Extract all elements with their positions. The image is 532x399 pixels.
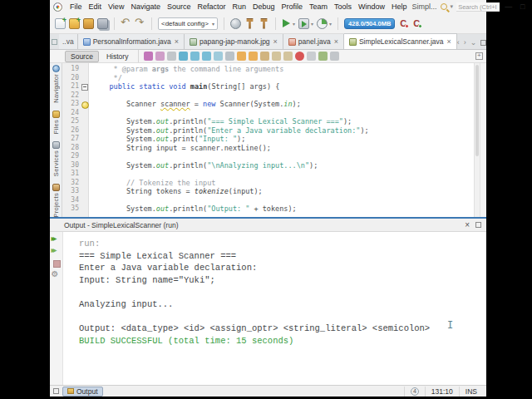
menu-file[interactable]: File [66,2,86,12]
next-bookmark-icon[interactable] [249,52,258,61]
profiler-snapshot-icon[interactable]: C [411,18,421,28]
output-console[interactable]: run:=== Simple Lexical Scanner ===Enter … [63,232,486,385]
new-project-icon[interactable] [69,18,80,29]
forward-icon[interactable] [167,52,176,61]
menu-tools[interactable]: Tools [331,2,355,12]
maximize-button[interactable]: □ [517,2,528,11]
menu-source[interactable]: Source [164,2,195,12]
run-project-icon[interactable] [282,18,291,29]
status-output-tab[interactable]: Output [62,387,103,397]
search-dropdown-icon[interactable]: ▾ [451,3,454,10]
fold-icon[interactable] [81,82,88,91]
output-float-icon[interactable] [475,222,481,228]
run-project-dropdown-icon[interactable]: ▾ [293,21,295,27]
build-project-icon[interactable] [244,18,255,29]
sidebar-tab-navigator[interactable]: Navigator [52,65,60,103]
search-icon[interactable] [441,3,447,10]
config-dropdown[interactable]: <default config>▾ [158,17,218,30]
tab-close-icon[interactable]: × [446,37,451,46]
toggle-bookmark-icon[interactable] [260,52,269,61]
ant-settings-icon[interactable] [52,271,62,279]
undo-icon[interactable] [121,18,131,29]
sidebar-tab-projects[interactable]: Projects [52,184,60,217]
menu-navigate[interactable]: Navigate [127,2,164,12]
tab-overflow-stub[interactable]: ..va [59,34,78,49]
editor-gutter[interactable]: 1920212223242526272829303132333435 [62,63,89,217]
source-view-button[interactable]: Source [65,51,99,62]
menu-run[interactable]: Run [229,2,249,12]
find-next-icon[interactable] [190,52,200,61]
previous-bookmark-icon[interactable] [237,52,246,61]
menu-view[interactable]: View [105,2,127,12]
clean-build-project-icon[interactable] [259,18,269,29]
attach-profiler-icon[interactable]: C [398,18,408,28]
toggle-highlight-icon[interactable] [214,52,223,61]
save-all-icon[interactable] [97,18,108,29]
sidebar-tab-files[interactable]: Files [52,111,60,134]
console-line: Analyzing input... [79,298,486,311]
scroll-tabs-right-icon[interactable]: › [464,38,466,47]
record-macro-icon[interactable] [295,52,304,61]
redo-icon[interactable] [135,18,145,29]
menu-help[interactable]: Help [388,2,411,12]
menu-window[interactable]: Window [355,2,388,12]
gutter-mark [81,196,88,205]
profile-project-icon[interactable] [317,18,328,29]
shift-left-icon[interactable] [272,52,281,61]
scroll-tabs-left-icon[interactable]: ‹ [457,38,460,47]
find-selection-icon[interactable] [179,52,188,61]
output-header[interactable]: Output - SimpleLexicalScanner (run) × [50,219,486,232]
debug-project-dropdown-icon[interactable]: ▾ [311,21,313,27]
maximize-editor-icon[interactable] [480,40,486,46]
tab-close-icon[interactable]: × [175,37,179,46]
stop-macro-icon[interactable] [307,52,316,61]
output-close-icon[interactable]: × [465,220,470,229]
editor-code[interactable]: * @param args the command line arguments… [89,63,474,217]
code-editor[interactable]: 1920212223242526272829303132333435 * @pa… [62,63,486,217]
search-input[interactable]: Search (Ctrl+I [456,2,500,12]
editor-scrollbar-thumb[interactable] [475,65,479,156]
memory-indicator[interactable]: 428.0/504.0MB [344,18,395,29]
notifications-cell[interactable]: 4 [404,387,425,397]
find-previous-icon[interactable] [202,52,211,61]
tab-SimpleLexicalScanner.java[interactable]: SimpleLexicalScanner.java× [344,33,457,49]
hint-bulb-icon[interactable] [81,100,88,109]
rerun-icon[interactable] [52,236,62,244]
minimize-button[interactable]: — [503,2,514,11]
last-edit-icon[interactable] [144,52,153,61]
menu-profile[interactable]: Profile [278,2,307,12]
insert-mode[interactable]: INS [459,387,483,397]
shift-right-icon[interactable] [283,52,293,61]
debug-project-icon[interactable] [298,18,309,29]
error-stripe[interactable] [480,63,486,217]
menu-team[interactable]: Team [306,2,331,12]
tab-list-dropdown-icon[interactable]: ⌄ [470,38,477,47]
tab-close-icon[interactable]: × [334,37,338,46]
back-icon[interactable] [155,52,165,61]
open-project-icon[interactable] [83,18,94,29]
comment-icon[interactable] [318,52,328,61]
uncomment-icon[interactable] [330,52,339,61]
history-view-button[interactable]: History [101,52,133,62]
sidebar-tab-services[interactable]: Services [52,141,60,176]
stop-icon[interactable] [52,259,62,268]
select-in-projects-icon[interactable] [225,52,234,61]
editor-corner-icon[interactable] [475,52,483,60]
tab-PersonalInformation.java[interactable]: PersonalInformation.java× [78,34,185,49]
tab-close-icon[interactable]: × [273,37,278,46]
code-line: */ [92,74,474,83]
restore-group-icon[interactable] [53,388,59,394]
tab-panel.java[interactable]: panel.java× [283,34,344,49]
menu-debug[interactable]: Debug [249,2,278,12]
editor-scrollbar[interactable] [474,63,480,217]
profile-project-dropdown-icon[interactable]: ▾ [329,21,332,27]
menu-edit[interactable]: Edit [86,2,106,12]
tab-papang-jap-manok.jpg[interactable]: papang-jap-manok.jpg× [185,34,283,49]
notification-count-icon[interactable]: 4 [411,387,419,396]
web-icon[interactable] [230,18,241,29]
rerun-debug-icon[interactable] [52,248,62,256]
minimized-group-icon[interactable] [52,39,57,45]
new-file-icon[interactable] [55,18,66,29]
files-icon [52,111,60,118]
menu-refactor[interactable]: Refactor [194,2,229,12]
